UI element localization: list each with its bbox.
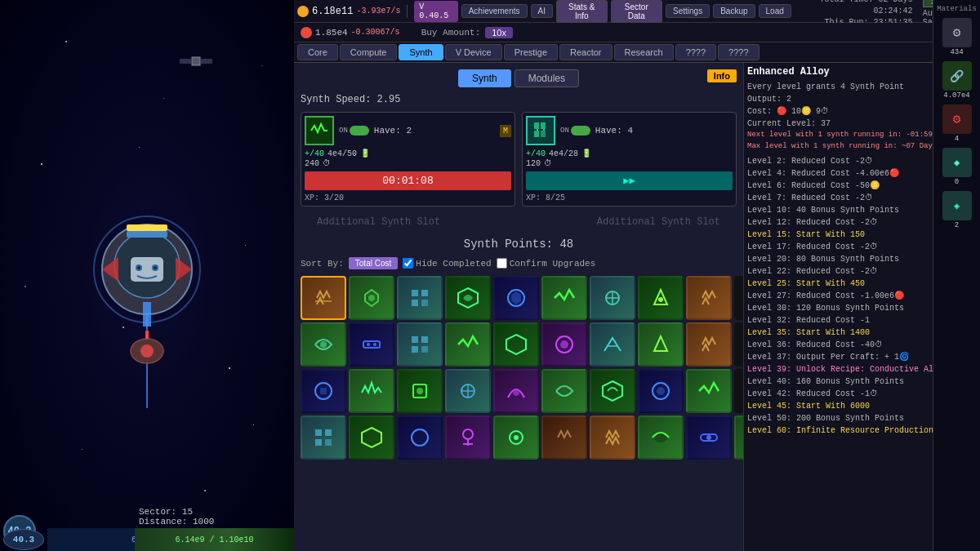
grid-icon-23[interactable] (445, 369, 491, 413)
slot1-output-row: 240 ⏱ (305, 158, 511, 168)
synth-points-area: Synth Points: 48 (301, 238, 737, 251)
svg-rect-31 (421, 290, 428, 296)
svg-rect-33 (421, 300, 428, 306)
grid-icon-4[interactable] (493, 276, 539, 320)
grid-icon-36[interactable] (590, 415, 635, 460)
grid-icon-15[interactable] (541, 322, 587, 367)
confirm-upgrades-checkbox[interactable] (497, 258, 507, 269)
svg-rect-23 (534, 131, 539, 137)
tab-synth[interactable]: Synth (399, 44, 443, 60)
tab-8[interactable]: ???? (675, 44, 716, 60)
grid-icon-35[interactable] (541, 415, 587, 460)
grid-icon-24[interactable] (493, 369, 539, 413)
slot1-output: 240 (305, 159, 319, 168)
material-5: ◈ 2 (942, 191, 972, 229)
buy-amount-button[interactable]: 10x (485, 27, 513, 38)
grid-icon-1[interactable] (349, 276, 394, 320)
slot1-m-badge: M (500, 125, 511, 137)
load-button[interactable]: Load (759, 4, 791, 18)
divider1 (407, 5, 408, 18)
slot1-on-label: ON (339, 127, 348, 135)
grid-icon-13[interactable] (445, 322, 491, 367)
grid-icon-22[interactable] (397, 369, 443, 413)
tab-vdevice[interactable]: V Device (445, 44, 502, 60)
sector-label: Sector: 15 (139, 507, 214, 517)
grid-icon-14[interactable] (493, 322, 539, 367)
grid-icon-33[interactable] (445, 415, 491, 460)
slot2-toggle[interactable]: ON (560, 126, 590, 136)
slot2-icon (526, 116, 555, 145)
tab-research[interactable]: Research (614, 44, 674, 60)
grid-icon-39[interactable] (734, 415, 743, 460)
grid-icon-38[interactable] (686, 415, 732, 460)
grid-icon-32[interactable] (397, 415, 443, 460)
grid-icon-27[interactable] (638, 369, 684, 413)
resource2-icon (301, 27, 312, 38)
slot1-timer: 00:01:08 (305, 171, 511, 190)
grid-icon-11[interactable] (349, 322, 394, 367)
grid-icon-21[interactable] (349, 369, 394, 413)
material-2-icon: 🔗 (942, 61, 972, 91)
total-time: Total Time: 02 Days 02:24:42 (795, 0, 913, 17)
grid-icon-26[interactable] (590, 369, 635, 413)
material-1: ⚙ 434 (942, 18, 972, 56)
grid-icon-25[interactable] (541, 369, 587, 413)
svg-rect-44 (412, 336, 418, 343)
grid-icon-10[interactable] (301, 322, 346, 367)
confirm-upgrades-label[interactable]: Confirm Upgrades (497, 258, 596, 269)
sub-tab-modules[interactable]: Modules (514, 69, 579, 87)
space-background: Sector: 15 Distance: 1000 40.3 (0, 0, 294, 551)
material-1-icon: ⚙ (942, 18, 972, 47)
sector-data-button[interactable]: Sector Data (611, 0, 663, 23)
svg-rect-41 (363, 341, 380, 348)
grid-icon-20[interactable] (301, 369, 346, 413)
grid-icon-12[interactable] (397, 322, 443, 367)
material-1-count: 434 (950, 48, 963, 56)
grid-icon-7[interactable] (638, 276, 684, 320)
material-2: 🔗 4.07e4 (942, 61, 972, 100)
top-bar: 6.18e11 -3.93e7/s V 0.40.5 Achievements … (294, 0, 980, 23)
info-button[interactable]: Info (707, 69, 737, 82)
grid-icon-31[interactable] (349, 415, 394, 460)
synth-points-label: Synth Points: 48 (464, 238, 573, 251)
grid-icon-6[interactable] (590, 276, 635, 320)
grid-icon-2[interactable] (397, 276, 443, 320)
sort-button[interactable]: Total Cost (349, 257, 398, 269)
slot1-toggle[interactable]: ON (339, 126, 369, 136)
grid-icon-16[interactable] (590, 322, 635, 367)
hide-completed-label[interactable]: Hide Completed (403, 258, 491, 269)
grid-icon-34[interactable] (493, 415, 539, 460)
hide-completed-checkbox[interactable] (403, 258, 413, 269)
achievements-button[interactable]: Achievements (461, 4, 528, 18)
sort-controls: Sort By: Total Cost Hide Completed Confi… (301, 257, 737, 269)
slot1-stats: +/40 4e4/50 🔋 (305, 149, 511, 158)
ai-button[interactable]: AI (531, 4, 553, 18)
material-4-icon: ◆ (942, 148, 972, 177)
stats-info-button[interactable]: Stats & Info (556, 0, 608, 23)
sub-tab-synth[interactable]: Synth (458, 69, 511, 87)
grid-icon-28[interactable] (686, 369, 732, 413)
grid-icon-0[interactable] (301, 276, 346, 320)
tab-core[interactable]: Core (297, 44, 338, 60)
tab-9[interactable]: ???? (718, 44, 759, 60)
backup-button[interactable]: Backup (713, 4, 755, 18)
settings-button[interactable]: Settings (666, 4, 710, 18)
tab-compute[interactable]: Compute (340, 44, 398, 60)
tab-prestige[interactable]: Prestige (504, 44, 558, 60)
slot2-clock-icon: ⏱ (544, 158, 552, 168)
grid-icon-30[interactable] (301, 415, 346, 460)
grid-icon-37[interactable] (638, 415, 684, 460)
slot1-header: ON Have: 2 M (305, 116, 511, 145)
svg-rect-65 (325, 439, 332, 446)
grid-icon-3[interactable] (445, 276, 491, 320)
grid-icon-5[interactable] (541, 276, 587, 320)
grid-icon-17[interactable] (638, 322, 684, 367)
svg-rect-24 (541, 131, 546, 137)
grid-icon-8[interactable] (686, 276, 732, 320)
main-ui-panel: 6.18e11 -3.93e7/s V 0.40.5 Achievements … (294, 0, 980, 551)
svg-point-50 (560, 340, 568, 349)
svg-point-42 (367, 343, 370, 346)
svg-point-54 (416, 388, 423, 394)
tab-reactor[interactable]: Reactor (559, 44, 612, 60)
grid-icon-18[interactable] (686, 322, 732, 367)
